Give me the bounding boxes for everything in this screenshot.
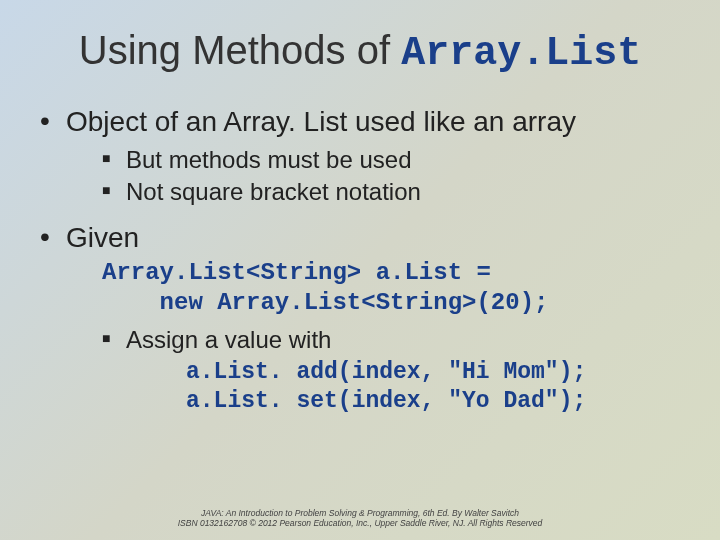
bullet-2-sub: Assign a value with a.List. add(index, "… <box>102 326 690 416</box>
footer-line-1: JAVA: An Introduction to Problem Solving… <box>0 508 720 518</box>
slide-title: Using Methods of Array.List <box>30 28 690 76</box>
title-code: Array.List <box>401 31 641 76</box>
code-block-2: a.List. add(index, "Hi Mom"); a.List. se… <box>186 358 690 416</box>
footer: JAVA: An Introduction to Problem Solving… <box>0 508 720 528</box>
title-prefix: Using Methods of <box>79 28 401 72</box>
bullet-list: Object of an Array. List used like an ar… <box>40 106 690 416</box>
code-block-1: Array.List<String> a.List = new Array.Li… <box>102 258 690 318</box>
bullet-1-sub-1: But methods must be used <box>102 146 690 174</box>
bullet-1-sub-2: Not square bracket notation <box>102 178 690 206</box>
bullet-2-sub-1-text: Assign a value with <box>126 326 331 353</box>
bullet-1: Object of an Array. List used like an ar… <box>40 106 690 206</box>
bullet-1-text: Object of an Array. List used like an ar… <box>66 106 576 137</box>
bullet-1-sub: But methods must be used Not square brac… <box>102 146 690 206</box>
bullet-2-text: Given <box>66 222 139 253</box>
bullet-2-sub-1: Assign a value with a.List. add(index, "… <box>102 326 690 416</box>
slide: Using Methods of Array.List Object of an… <box>0 0 720 540</box>
footer-line-2: ISBN 0132162708 © 2012 Pearson Education… <box>0 518 720 528</box>
bullet-2: Given Array.List<String> a.List = new Ar… <box>40 222 690 416</box>
